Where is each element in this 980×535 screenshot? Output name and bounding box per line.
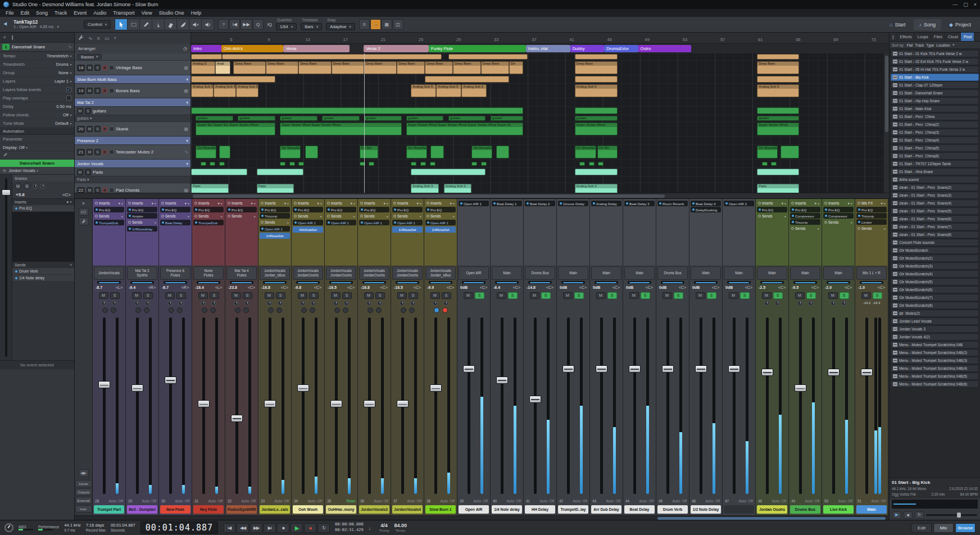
timeline-ruler[interactable]: 5913172125293337414549535761656973 — [191, 33, 889, 44]
mute-button[interactable]: M — [77, 108, 83, 114]
pan-readout[interactable]: <C> — [447, 285, 454, 289]
clip-guitars[interactable]: guitars — [575, 116, 618, 121]
sort-flat[interactable]: Flat — [906, 43, 913, 47]
gain-knob[interactable] — [178, 301, 183, 306]
section-intro[interactable]: Intro — [191, 45, 221, 52]
channel-fader[interactable] — [294, 315, 322, 496]
sends-header[interactable]: Sends+ — [12, 261, 74, 268]
clip[interactable] — [481, 162, 487, 166]
mixer-scrollbar[interactable] — [75, 515, 889, 520]
fader-handle[interactable] — [662, 365, 674, 373]
pan-slider[interactable] — [727, 281, 751, 284]
fader-handle[interactable] — [430, 384, 442, 392]
volume-readout[interactable]: -9.8 — [294, 285, 301, 289]
send-1-4-note-delay[interactable]: 1/4 Note delay — [12, 275, 74, 282]
channel-fader[interactable] — [0, 175, 12, 360]
sort-type[interactable]: Type — [926, 43, 934, 47]
mute-button[interactable]: M — [331, 292, 341, 299]
pan-slider[interactable] — [296, 281, 320, 284]
automation-mode[interactable]: Auto: Off — [606, 499, 620, 503]
clip[interactable] — [757, 54, 799, 60]
insert-tricomp[interactable]: Tricomp — [856, 213, 887, 219]
fader-handle[interactable] — [198, 400, 210, 407]
clip-analog-sub-3[interactable]: Analog Sub 3 — [444, 184, 472, 193]
monitor-button[interactable] — [368, 307, 373, 313]
mute-button[interactable]: M — [298, 292, 307, 299]
volume-readout[interactable]: -16.8 — [261, 285, 270, 289]
record-arm-button[interactable] — [177, 307, 183, 313]
fader-handle[interactable] — [695, 365, 707, 373]
solo-button[interactable]: S — [94, 149, 101, 155]
pan-slider[interactable] — [97, 281, 121, 284]
volume-readout[interactable]: -6.7 — [162, 285, 169, 289]
clip-gtr-mutedscratch[interactable]: Gtr MutedScratch — [196, 146, 216, 158]
volume-readout[interactable]: 0dB — [560, 285, 567, 289]
pool-file[interactable]: 01 Start - Main Kick — [891, 105, 979, 112]
solo-button[interactable]: S — [110, 292, 120, 299]
volume-readout[interactable]: 0dB — [725, 285, 733, 289]
insert-pro-eq[interactable]: Pro EQ — [226, 207, 257, 212]
pool-file[interactable]: clean - 01 Start - Perc_Snare(6) — [891, 215, 979, 223]
channel-fader[interactable] — [228, 315, 256, 496]
automation-mode[interactable]: Read — [346, 499, 355, 503]
mute-button[interactable]: M — [464, 292, 473, 299]
insert-delayducking[interactable]: DelayDucking — [691, 207, 721, 212]
channel-name[interactable]: Trumpet Part — [94, 505, 124, 514]
insert-pro-eq[interactable]: Pro EQ — [260, 207, 290, 212]
field-group[interactable]: None ▾ — [58, 70, 71, 75]
pan-slider[interactable] — [396, 281, 419, 284]
pan-readout[interactable]: <C> — [811, 285, 819, 289]
automation-mode[interactable]: Auto: Off — [407, 499, 421, 503]
clip-gtr-mutedscratch[interactable]: Gtr MutedScratch — [406, 146, 427, 158]
automation-mode[interactable]: Auto: Off — [539, 499, 554, 503]
track-pad-chords[interactable]: 22 M S Pad Chords ▦ — [75, 183, 190, 193]
insert-open-air-1[interactable]: Open AIR 1 — [459, 201, 489, 206]
pool-file[interactable]: 01 Start - Perc_China(3) — [891, 129, 979, 136]
clip-super-stu-super-stu-super-stutter-rhod[interactable]: Super Stu Super Stu Super Stutter Rhod — [196, 123, 275, 135]
mute-button[interactable]: M — [762, 292, 772, 299]
volume-readout[interactable]: 0dB — [593, 285, 600, 289]
split-tool[interactable] — [152, 19, 164, 30]
record-arm-button[interactable] — [144, 307, 149, 313]
mute-button[interactable]: M — [663, 292, 672, 299]
pool-file[interactable]: clean - 01 Start - Perc_Snare(5) — [891, 207, 979, 215]
mute-button[interactable]: M — [87, 187, 93, 193]
monitor-button[interactable] — [109, 188, 114, 193]
solo-button[interactable]: S — [143, 292, 153, 299]
pool-file[interactable]: Gtr MutedScratch(3) — [891, 262, 979, 270]
pan-readout[interactable]: <C> — [314, 285, 321, 289]
mute-button[interactable]: M — [497, 292, 506, 299]
eraser-tool[interactable] — [165, 19, 176, 30]
insert-beat-delay-2[interactable]: Beat Delay 2 — [525, 201, 555, 206]
record-arm-button[interactable] — [310, 307, 315, 313]
solo-button[interactable]: S — [574, 292, 584, 299]
clip[interactable] — [471, 162, 477, 166]
mute-button[interactable]: M — [530, 292, 539, 299]
pan-readout[interactable]: <C> — [745, 285, 752, 289]
stop-button[interactable]: ■ — [277, 523, 289, 533]
send-1-4notedelay[interactable]: 1/4Notedelay — [127, 226, 157, 232]
fader-handle[interactable] — [761, 369, 773, 376]
sends-header[interactable]: Sends+ — [94, 213, 124, 219]
insert-pro-eq[interactable]: Pro EQ — [359, 207, 389, 212]
pan-slider[interactable] — [263, 281, 287, 284]
channel-fader[interactable] — [692, 315, 720, 496]
solo-button[interactable]: S — [210, 292, 219, 299]
menu-item-transport[interactable]: Transport — [110, 10, 138, 16]
channel-fader[interactable] — [659, 315, 687, 496]
clip-super-stutter-rhod-super-stutter-rhod[interactable]: Super Stutter Rhod Super Stutter Rhod — [280, 123, 401, 135]
pool-file[interactable]: Menu - Muted Trumpet Scratching 04B — [891, 341, 979, 348]
send-trumpetdub[interactable]: TrumpetDub — [94, 220, 124, 225]
channel-output-select[interactable]: JordonVocalsJordanOoohs — [392, 266, 423, 280]
insert-beat-delay-1[interactable]: Beat Delay 1 — [492, 201, 522, 206]
channel-output-select[interactable]: Main — [492, 266, 522, 280]
clip-gtr-mu[interactable]: Gtr Mu — [597, 146, 618, 158]
mute-button[interactable]: M — [430, 292, 440, 299]
goto-end-button[interactable]: ▶I — [264, 523, 276, 533]
fader-handle[interactable] — [861, 369, 873, 376]
sends-header[interactable]: Sends+ — [823, 219, 854, 225]
menu-item-help[interactable]: Help — [188, 10, 205, 16]
clip-analog-sub-5[interactable]: Analog Sub 5 — [191, 84, 214, 97]
solo-button[interactable]: S — [740, 292, 750, 299]
clip-gtr-mutedscratch[interactable]: Gtr MutedScratch — [471, 146, 492, 158]
